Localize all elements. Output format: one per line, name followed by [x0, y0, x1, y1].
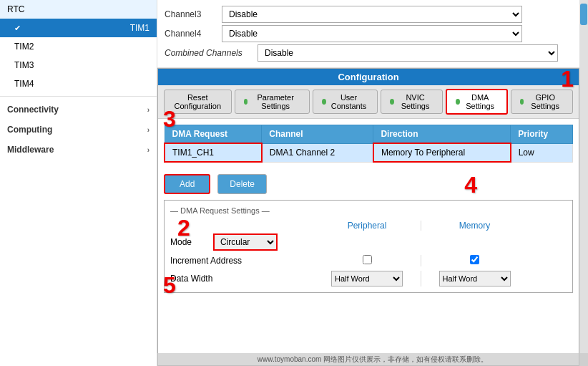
- cell-channel: DMA1 Channel 2: [262, 143, 373, 162]
- mode-label: Mode: [170, 237, 213, 247]
- chevron-right-icon: ›: [147, 146, 150, 154]
- channel4-label: Channel4: [165, 29, 222, 39]
- reset-config-button[interactable]: Reset Configuration: [164, 90, 232, 114]
- config-panel: Configuration Reset Configuration Parame…: [157, 68, 579, 366]
- sidebar-section-label: Connectivity: [7, 105, 59, 115]
- tab-label: DMA Settings: [463, 93, 498, 110]
- table-row[interactable]: TIM1_CH1 DMA1 Channel 2 Memory To Periph…: [165, 143, 573, 162]
- sidebar-item-label: TIM2: [14, 42, 34, 52]
- settings-col-headers: Peripheral Memory: [313, 221, 567, 231]
- cell-dma-request: TIM1_CH1: [165, 143, 262, 162]
- channel4-row: Channel4 Disable: [165, 25, 572, 42]
- chevron-right-icon: ›: [147, 126, 150, 134]
- main-content: Channel3 Disable Channel4 Disable Combin…: [157, 0, 579, 366]
- sidebar-section-middleware[interactable]: Middleware ›: [0, 140, 157, 160]
- sidebar-section-label: Computing: [7, 125, 52, 135]
- memory-data-width-select[interactable]: Half Word Byte Word: [439, 271, 511, 286]
- sidebar-item-rtc[interactable]: RTC: [0, 0, 157, 19]
- memory-increment-checkbox[interactable]: [470, 255, 479, 264]
- cell-priority: Low: [511, 143, 573, 162]
- dma-table-area: DMA Request Channel Direction Priority T…: [158, 119, 579, 168]
- sidebar-item-label: TIM1: [130, 23, 150, 33]
- memory-increment-cell: [421, 255, 528, 266]
- col-header-channel: Channel: [262, 125, 373, 144]
- tab-label: GPIO Settings: [526, 93, 564, 110]
- peripheral-col-header: Peripheral: [313, 221, 421, 231]
- data-width-row: Data Width Half Word Byte Word Half Word…: [170, 271, 567, 286]
- channel-area: Channel3 Disable Channel4 Disable Combin…: [157, 0, 579, 68]
- memory-col-header: Memory: [421, 221, 528, 231]
- col-header-dma-request: DMA Request: [165, 125, 262, 144]
- dma-settings-title: — DMA Request Settings —: [170, 206, 567, 215]
- memory-data-width-cell: Half Word Byte Word: [421, 271, 528, 286]
- channel4-select[interactable]: Disable: [222, 25, 522, 42]
- data-width-label: Data Width: [170, 274, 313, 284]
- tab-user-constants[interactable]: User Constants: [313, 90, 378, 114]
- peripheral-increment-cell: [313, 255, 421, 266]
- sidebar-item-label: RTC: [7, 4, 24, 14]
- scrollbar-thumb: [580, 4, 587, 25]
- mode-row: Mode Circular Once: [170, 233, 567, 251]
- config-header: Configuration: [158, 69, 579, 85]
- dot-icon: [244, 99, 248, 105]
- combined-channels-label: Combined Channels: [165, 48, 258, 58]
- add-button[interactable]: Add: [164, 174, 210, 194]
- increment-label: Increment Address: [170, 256, 313, 266]
- peripheral-data-width-select[interactable]: Half Word Byte Word: [331, 271, 403, 286]
- peripheral-data-width-cell: Half Word Byte Word: [313, 271, 421, 286]
- col-header-direction: Direction: [373, 125, 511, 144]
- dma-request-settings: — DMA Request Settings — Peripheral Memo…: [164, 200, 573, 293]
- watermark: www.toymoban.com 网络图片仅供展示，非存储，如有侵权请联系删除。: [157, 353, 588, 366]
- channel3-row: Channel3 Disable: [165, 6, 572, 23]
- tab-label: User Constants: [329, 93, 369, 110]
- dot-icon: [456, 99, 460, 105]
- scrollbar[interactable]: [579, 0, 588, 366]
- combined-channels-row: Combined Channels Disable: [165, 44, 572, 62]
- sidebar-section-label: Middleware: [7, 145, 54, 155]
- dot-icon: [390, 99, 394, 105]
- tab-dma-settings[interactable]: DMA Settings: [446, 89, 508, 115]
- dot-icon: [520, 99, 524, 105]
- delete-button[interactable]: Delete: [217, 174, 267, 194]
- sidebar-item-tim1[interactable]: ✔ TIM1: [0, 19, 157, 37]
- sidebar-section-computing[interactable]: Computing ›: [0, 120, 157, 140]
- combined-channels-select[interactable]: Disable: [258, 44, 558, 62]
- cell-direction: Memory To Peripheral: [373, 143, 511, 162]
- sidebar-item-label: TIM4: [14, 79, 34, 89]
- sidebar-item-label: TIM3: [14, 60, 34, 70]
- sidebar: RTC ✔ TIM1 TIM2 TIM3 TIM4 Connectivity ›…: [0, 0, 157, 366]
- tab-nvic-settings[interactable]: NVIC Settings: [381, 90, 443, 114]
- sidebar-item-tim2[interactable]: TIM2: [0, 37, 157, 56]
- mode-select[interactable]: Circular Once: [213, 233, 278, 251]
- tab-gpio-settings[interactable]: GPIO Settings: [511, 90, 573, 114]
- increment-address-row: Increment Address: [170, 255, 567, 266]
- sidebar-item-tim3[interactable]: TIM3: [0, 56, 157, 74]
- tabs-area: Reset Configuration Parameter Settings U…: [158, 85, 579, 119]
- tab-label: Parameter Settings: [250, 93, 300, 110]
- tab-parameter-settings[interactable]: Parameter Settings: [235, 90, 310, 114]
- sidebar-item-tim4[interactable]: TIM4: [0, 74, 157, 93]
- chevron-right-icon: ›: [147, 106, 150, 114]
- peripheral-increment-checkbox[interactable]: [363, 255, 372, 264]
- action-buttons: Add Delete: [158, 168, 579, 200]
- config-title: Configuration: [338, 72, 398, 82]
- channel3-label: Channel3: [165, 9, 222, 19]
- channel3-select[interactable]: Disable: [222, 6, 522, 23]
- col-header-priority: Priority: [511, 125, 573, 144]
- dot-icon: [322, 99, 326, 105]
- sidebar-section-connectivity[interactable]: Connectivity ›: [0, 100, 157, 120]
- dma-table: DMA Request Channel Direction Priority T…: [164, 125, 573, 163]
- tab-label: NVIC Settings: [397, 93, 433, 110]
